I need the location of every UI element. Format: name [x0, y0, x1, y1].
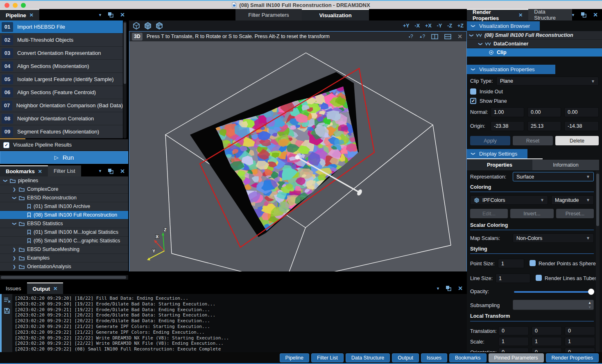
- bookmarks-tree-item[interactable]: (05) Small IN100 C...graphic Statistics: [0, 237, 128, 245]
- points-as-spheres-checkbox[interactable]: [530, 260, 536, 266]
- pipeline-step[interactable]: 09Segment Features (Misorientation): [0, 125, 123, 138]
- dock-button-filter-list[interactable]: Filter List: [311, 353, 344, 362]
- point-help-icon[interactable]: ●?: [409, 34, 413, 39]
- camera-cube-wire-icon[interactable]: [132, 22, 140, 30]
- pipeline-step[interactable]: 07Neighbor Orientation Comparison (Bad D…: [0, 99, 123, 112]
- bookmarks-tree-item[interactable]: ❯Examples: [0, 254, 128, 262]
- pipeline-step[interactable]: 08Neighbor Orientation Correlation: [0, 112, 123, 125]
- viewport-close-icon[interactable]: ✕: [457, 33, 462, 40]
- scale-y-field[interactable]: 1: [532, 337, 562, 346]
- scale-z-field[interactable]: 1: [565, 337, 595, 346]
- origin-z-field[interactable]: -14.38: [564, 121, 599, 131]
- subsampling-spinbox[interactable]: [513, 300, 594, 310]
- visualize-results-checkbox[interactable]: ✓: [3, 142, 9, 148]
- translation-y-field[interactable]: 0: [532, 326, 562, 335]
- panel-close-icon[interactable]: ✕: [120, 168, 125, 174]
- camera-cube-clip-icon[interactable]: [155, 22, 163, 30]
- tab-pipeline[interactable]: Pipeline✕: [0, 9, 39, 20]
- invert-colormap-button[interactable]: Invert...: [510, 209, 554, 218]
- delete-button[interactable]: Delete: [555, 136, 599, 145]
- dock-button-pinned-parameters[interactable]: Pinned Parameters: [489, 353, 544, 362]
- tab-close-icon[interactable]: ✕: [518, 12, 523, 18]
- point-size-field[interactable]: 1: [498, 259, 524, 268]
- camera-minus-x-button[interactable]: -X: [415, 23, 420, 29]
- run-button[interactable]: ▷ Run: [0, 151, 128, 164]
- bookmarks-tree-item[interactable]: ❯EBSD SurfaceMeshing: [0, 245, 128, 254]
- float-panel-icon[interactable]: [581, 12, 586, 18]
- float-panel-icon[interactable]: [108, 12, 113, 18]
- tab-visualization[interactable]: Visualization: [302, 9, 369, 20]
- translation-x-field[interactable]: 0: [498, 326, 529, 335]
- bookmarks-tree-item[interactable]: ❯ComplexCore: [0, 185, 128, 194]
- camera-minus-z-button[interactable]: -Z: [447, 23, 452, 29]
- line-size-field[interactable]: 1: [496, 274, 530, 283]
- dock-button-pipeline[interactable]: Pipeline: [280, 353, 309, 362]
- component-dropdown[interactable]: Magnitude▼: [551, 195, 594, 205]
- viz-tree-item-clip[interactable]: Clip: [467, 48, 602, 57]
- clip-type-dropdown[interactable]: Plane▼: [496, 77, 599, 86]
- save-log-icon[interactable]: [4, 308, 10, 314]
- orientation-y-field[interactable]: 0: [532, 348, 562, 352]
- right-panel-scrollbar-thumb[interactable]: [596, 174, 599, 226]
- viz-tree-item-datacontainer[interactable]: ❯ DataContainer: [467, 40, 602, 48]
- tab-filter-parameters[interactable]: Filter Parameters: [235, 9, 302, 20]
- dock-button-bookmarks[interactable]: Bookmarks: [449, 353, 487, 362]
- tab-bookmarks[interactable]: Bookmarks✕: [0, 165, 48, 176]
- dock-button-data-structure[interactable]: Data Structure: [346, 353, 390, 362]
- chevron-right-icon[interactable]: ❯: [11, 187, 17, 192]
- camera-plusminus-z-button[interactable]: +Z: [457, 23, 464, 29]
- reset-button[interactable]: Reset: [513, 136, 553, 145]
- camera-cube-solid-icon[interactable]: [144, 22, 152, 30]
- bookmarks-tree-item[interactable]: ❯EBSD Statistics: [0, 219, 128, 228]
- tab-render-properties[interactable]: Render Properties✕: [467, 9, 528, 20]
- normal-y-field[interactable]: 0.00: [527, 107, 561, 117]
- pipeline-step[interactable]: 05Isolate Largest Feature (Identify Samp…: [0, 73, 123, 86]
- tab-output[interactable]: Output✕: [27, 283, 63, 294]
- dock-button-output[interactable]: Output: [392, 353, 419, 362]
- tab-close-icon[interactable]: ✕: [53, 286, 57, 292]
- representation-dropdown[interactable]: Surface▼: [513, 172, 594, 181]
- orientation-z-field[interactable]: 0: [565, 348, 595, 352]
- pipeline-step[interactable]: 04Align Sections (Misorientation): [0, 60, 123, 73]
- pipeline-step[interactable]: 02Multi-Threshold Objects: [0, 34, 123, 47]
- map-scalars-dropdown[interactable]: Non-Colors▼: [513, 233, 594, 243]
- bookmarks-hscrollbar-thumb[interactable]: [1, 276, 126, 279]
- opacity-slider-track[interactable]: [514, 291, 593, 293]
- inside-out-checkbox[interactable]: [470, 88, 476, 95]
- origin-x-field[interactable]: -23.38: [491, 121, 524, 131]
- subtab-properties[interactable]: Properties: [467, 160, 532, 170]
- dock-button-render-properties[interactable]: Render Properties: [546, 353, 599, 362]
- dock-menu-icon[interactable]: ▾: [572, 12, 575, 18]
- show-plane-checkbox[interactable]: ✓: [470, 98, 476, 104]
- pipeline-step[interactable]: 03Convert Orientation Representation: [0, 47, 123, 60]
- scale-x-field[interactable]: 1: [498, 337, 529, 346]
- spin-down-icon[interactable]: ▼: [588, 306, 591, 309]
- panel-close-icon[interactable]: ✕: [593, 11, 598, 18]
- chevron-down-icon[interactable]: ❯: [469, 32, 474, 38]
- tab-filter-list[interactable]: Filter List: [48, 165, 81, 176]
- float-panel-icon[interactable]: [446, 285, 451, 291]
- dock-menu-icon[interactable]: ▾: [99, 12, 102, 18]
- triangle-help-icon[interactable]: ▲?: [419, 34, 425, 39]
- bookmarks-tree-item[interactable]: ❯OrientationAnalysis: [0, 262, 128, 271]
- orientation-x-field[interactable]: 0: [498, 348, 529, 352]
- bookmarks-tree-item[interactable]: (01) Small IN100 Archive: [0, 202, 128, 211]
- translation-z-field[interactable]: 0: [565, 326, 595, 335]
- pipeline-step[interactable]: 01Import H5EBSD File: [0, 20, 123, 34]
- apply-button[interactable]: Apply: [470, 136, 510, 145]
- camera-minus-y-button[interactable]: -Y: [437, 23, 442, 29]
- window-minimize-button[interactable]: [13, 3, 18, 8]
- clear-console-icon[interactable]: [4, 297, 11, 303]
- render-view-3d[interactable]: Z X Y: [129, 41, 466, 271]
- camera-plusminus-x-button[interactable]: +X: [425, 23, 432, 29]
- bookmarks-tree-item[interactable]: ❯EBSD Reconstruction: [0, 194, 128, 202]
- tab-close-icon[interactable]: ✕: [38, 169, 42, 174]
- origin-y-field[interactable]: 25.13: [527, 121, 561, 131]
- display-settings-header[interactable]: ❯ Display Settings: [467, 149, 527, 158]
- chevron-down-icon[interactable]: ❯: [12, 195, 17, 201]
- bookmarks-tree-item[interactable]: (01) Small IN100 M...logical Statistics: [0, 228, 128, 237]
- dock-button-issues[interactable]: Issues: [421, 353, 447, 362]
- dock-menu-icon[interactable]: ▾: [99, 168, 102, 174]
- dock-menu-icon[interactable]: ▾: [437, 286, 439, 291]
- edit-colormap-button[interactable]: Edit...: [470, 209, 508, 218]
